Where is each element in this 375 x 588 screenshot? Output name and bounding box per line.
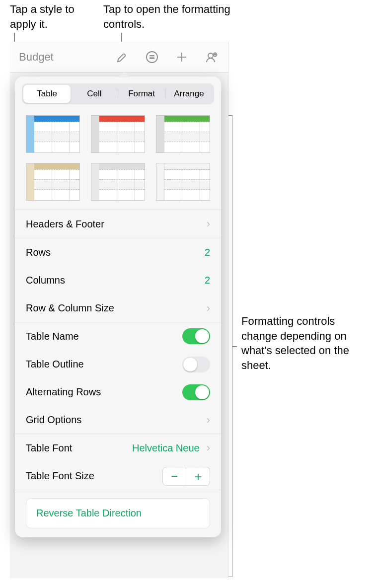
toolbar: Budget <box>10 42 228 73</box>
tab-table[interactable]: Table <box>23 85 71 103</box>
tab-bar: Table Cell Format Arrange <box>22 83 214 104</box>
increase-button[interactable]: ＋ <box>186 467 210 486</box>
table-style-blue[interactable] <box>26 115 80 153</box>
table-style-tan[interactable] <box>26 163 80 201</box>
table-style-white[interactable] <box>156 163 210 201</box>
row-columns[interactable]: Columns 2 <box>26 266 210 294</box>
tab-format[interactable]: Format <box>118 85 165 103</box>
value: 2 <box>205 247 210 258</box>
label: Table Font <box>26 442 72 454</box>
callout-brace <box>228 115 232 577</box>
label: Grid Options <box>26 414 81 426</box>
label: Table Name <box>26 331 79 342</box>
row-headers-footer[interactable]: Headers & Footer › <box>26 210 210 238</box>
row-table-font-size: Table Font Size − ＋ <box>26 462 210 490</box>
plus-icon: ＋ <box>192 468 204 484</box>
value: 2 <box>205 275 210 286</box>
collaborate-icon[interactable] <box>204 50 219 65</box>
label: Rows <box>26 247 51 258</box>
tab-arrange[interactable]: Arrange <box>165 85 213 103</box>
row-table-outline: Table Outline <box>26 350 210 378</box>
format-popover: Table Cell Format Arrange <box>15 76 221 537</box>
callout-format: Tap to open the formatting controls. <box>103 2 232 31</box>
row-table-name: Table Name <box>26 322 210 350</box>
chevron-right-icon: › <box>207 218 210 230</box>
list-circle-icon[interactable] <box>145 50 159 65</box>
label: Columns <box>26 275 65 286</box>
plus-icon[interactable] <box>174 50 189 65</box>
toggle-alternating-rows[interactable] <box>182 384 210 400</box>
table-style-red[interactable] <box>91 115 145 153</box>
minus-icon: − <box>171 469 178 483</box>
app-frame: Budget Table Cell Format Arrange <box>10 42 228 578</box>
callout-panel: Formatting controls change depending on … <box>241 314 371 373</box>
value: Helvetica Neue <box>132 442 200 454</box>
reverse-direction-button[interactable]: Reverse Table Direction <box>26 498 210 528</box>
chevron-right-icon: › <box>207 302 210 315</box>
row-alternating-rows: Alternating Rows <box>26 378 210 406</box>
chevron-right-icon: › <box>207 441 210 454</box>
svg-point-6 <box>208 53 213 58</box>
row-column-size[interactable]: Row & Column Size › <box>26 294 210 322</box>
table-style-grid <box>15 109 221 210</box>
label: Table Font Size <box>26 470 94 482</box>
label: Row & Column Size <box>26 302 114 314</box>
label: Alternating Rows <box>26 386 101 398</box>
format-brush-icon[interactable] <box>115 50 130 65</box>
table-style-green[interactable] <box>156 115 210 153</box>
row-table-font[interactable]: Table Font Helvetica Neue › <box>26 434 210 462</box>
callout-style: Tap a style to apply it. <box>10 2 89 31</box>
document-title: Budget <box>19 51 54 64</box>
toggle-table-name[interactable] <box>182 328 210 344</box>
label: Headers & Footer <box>26 219 104 230</box>
decrease-button[interactable]: − <box>162 467 186 486</box>
tab-cell[interactable]: Cell <box>71 85 118 103</box>
chevron-right-icon: › <box>207 414 210 427</box>
row-rows[interactable]: Rows 2 <box>26 238 210 266</box>
table-style-grey[interactable] <box>91 163 145 201</box>
font-size-stepper: − ＋ <box>162 467 210 486</box>
label: Table Outline <box>26 359 84 370</box>
toggle-table-outline[interactable] <box>182 357 210 372</box>
row-grid-options[interactable]: Grid Options › <box>26 406 210 434</box>
